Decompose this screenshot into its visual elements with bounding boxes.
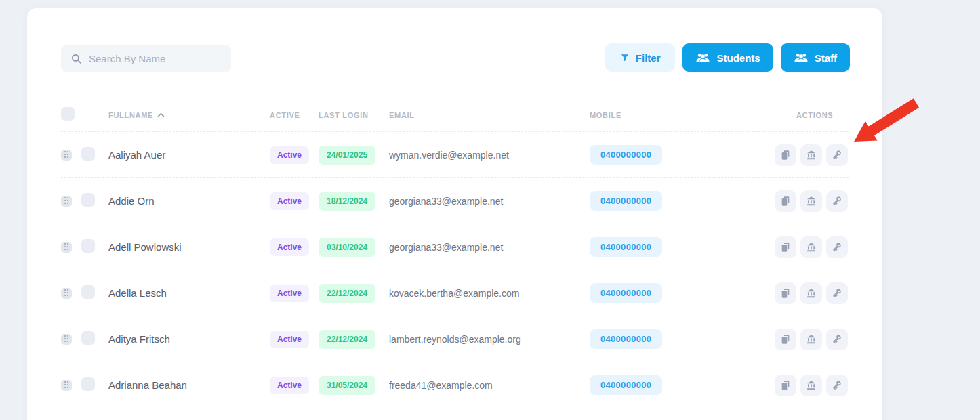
drag-handle-icon[interactable]: [61, 242, 72, 253]
mobile-badge[interactable]: 0400000000: [590, 191, 662, 211]
user-email: georgiana33@example.net: [389, 242, 590, 253]
row-checkbox[interactable]: [81, 147, 95, 161]
key-icon: [832, 150, 842, 161]
institution-icon: [806, 288, 817, 299]
header-last-login[interactable]: LAST LOGIN: [319, 111, 389, 119]
key-button[interactable]: [826, 190, 848, 212]
row-checkbox[interactable]: [81, 285, 95, 299]
filter-label: Filter: [636, 52, 661, 64]
last-login-badge: 24/01/2025: [319, 146, 375, 165]
drag-handle-icon[interactable]: [61, 288, 72, 299]
mobile-badge[interactable]: 0400000000: [590, 329, 662, 349]
annotation-arrow-icon: [849, 96, 919, 148]
status-badge: Active: [270, 238, 309, 256]
header-mobile[interactable]: MOBILE: [590, 111, 767, 119]
institution-button[interactable]: [800, 282, 822, 304]
table-row: Adrianna Beahan Active 31/05/2024 freeda…: [61, 362, 849, 408]
mobile-badge[interactable]: 0400000000: [590, 145, 662, 165]
key-button[interactable]: [826, 236, 848, 258]
copy-button[interactable]: [775, 144, 796, 166]
staff-button[interactable]: Staff: [781, 43, 850, 72]
last-login-badge: 03/10/2024: [319, 238, 375, 257]
institution-button[interactable]: [800, 375, 822, 396]
key-icon: [832, 380, 842, 391]
search-icon: [70, 53, 82, 64]
status-badge: Active: [270, 331, 309, 348]
table-header: FULLNAME ACTIVE LAST LOGIN EMAIL MOBILE …: [61, 98, 849, 132]
mobile-badge[interactable]: 0400000000: [590, 283, 662, 303]
row-checkbox[interactable]: [81, 193, 95, 207]
drag-handle-icon[interactable]: [61, 380, 72, 391]
institution-button[interactable]: [800, 144, 822, 166]
copy-button[interactable]: [775, 282, 796, 304]
users-panel: Filter Students Staff: [27, 8, 882, 420]
row-checkbox[interactable]: [81, 239, 95, 253]
copy-icon: [780, 196, 791, 207]
key-icon: [832, 334, 842, 345]
last-login-badge: 22/12/2024: [319, 330, 375, 349]
user-email: lambert.reynolds@example.org: [389, 334, 590, 345]
user-email: kovacek.bertha@example.com: [389, 288, 590, 299]
copy-icon: [780, 288, 791, 299]
institution-button[interactable]: [800, 236, 822, 258]
copy-button[interactable]: [775, 236, 796, 258]
user-fullname: Aditya Fritsch: [108, 333, 270, 345]
last-login-badge: 31/05/2024: [319, 376, 375, 395]
search-input[interactable]: [89, 53, 222, 64]
last-login-badge: 22/12/2024: [319, 284, 375, 303]
institution-icon: [806, 380, 817, 391]
institution-button[interactable]: [800, 329, 822, 350]
key-button[interactable]: [826, 282, 848, 304]
key-button[interactable]: [826, 375, 848, 396]
status-badge: Active: [270, 146, 309, 164]
users-icon: [695, 51, 710, 64]
last-login-badge: 18/12/2024: [319, 192, 375, 211]
users-icon: [794, 51, 809, 64]
copy-button[interactable]: [775, 190, 796, 212]
row-checkbox[interactable]: [81, 377, 95, 391]
table-row: Aaliyah Auer Active 24/01/2025 wyman.ver…: [61, 132, 849, 178]
staff-label: Staff: [815, 52, 837, 64]
key-icon: [832, 288, 842, 299]
mobile-badge[interactable]: 0400000000: [590, 375, 662, 395]
mobile-badge[interactable]: 0400000000: [590, 237, 662, 257]
drag-handle-icon[interactable]: [61, 150, 72, 161]
copy-icon: [780, 242, 791, 253]
status-badge: Active: [270, 192, 309, 210]
select-all-checkbox[interactable]: [61, 107, 75, 121]
table-row: Adella Lesch Active 22/12/2024 kovacek.b…: [61, 270, 849, 316]
copy-icon: [780, 380, 791, 391]
user-fullname: Adell Powlowski: [108, 241, 270, 253]
institution-icon: [806, 242, 817, 253]
header-fullname[interactable]: FULLNAME: [108, 111, 270, 119]
students-button[interactable]: Students: [682, 43, 773, 72]
status-badge: Active: [270, 285, 309, 302]
institution-icon: [806, 150, 817, 161]
filter-button[interactable]: Filter: [605, 43, 676, 72]
key-button[interactable]: [826, 329, 848, 350]
header-active[interactable]: ACTIVE: [270, 111, 319, 119]
header-actions: ACTIONS: [767, 111, 849, 119]
user-fullname: Addie Orn: [108, 195, 270, 207]
students-label: Students: [716, 52, 760, 64]
copy-icon: [780, 150, 791, 161]
sort-asc-icon: [157, 112, 165, 117]
institution-button[interactable]: [800, 190, 822, 212]
table-row: Adell Powlowski Active 03/10/2024 georgi…: [61, 224, 849, 270]
row-checkbox[interactable]: [81, 331, 95, 345]
user-email: wyman.verdie@example.net: [389, 150, 590, 161]
user-fullname: Adrianna Beahan: [108, 379, 270, 391]
institution-icon: [806, 334, 817, 345]
copy-button[interactable]: [775, 375, 796, 396]
copy-button[interactable]: [775, 329, 796, 350]
header-email[interactable]: EMAIL: [389, 111, 590, 119]
table-row: Aditya Fritsch Active 22/12/2024 lambert…: [61, 316, 849, 362]
search-box[interactable]: [61, 45, 231, 72]
institution-icon: [806, 196, 817, 207]
key-button[interactable]: [826, 144, 848, 166]
status-badge: Active: [270, 377, 309, 394]
copy-icon: [780, 334, 791, 345]
drag-handle-icon[interactable]: [61, 334, 72, 345]
user-fullname: Adella Lesch: [108, 287, 270, 299]
drag-handle-icon[interactable]: [61, 196, 72, 207]
